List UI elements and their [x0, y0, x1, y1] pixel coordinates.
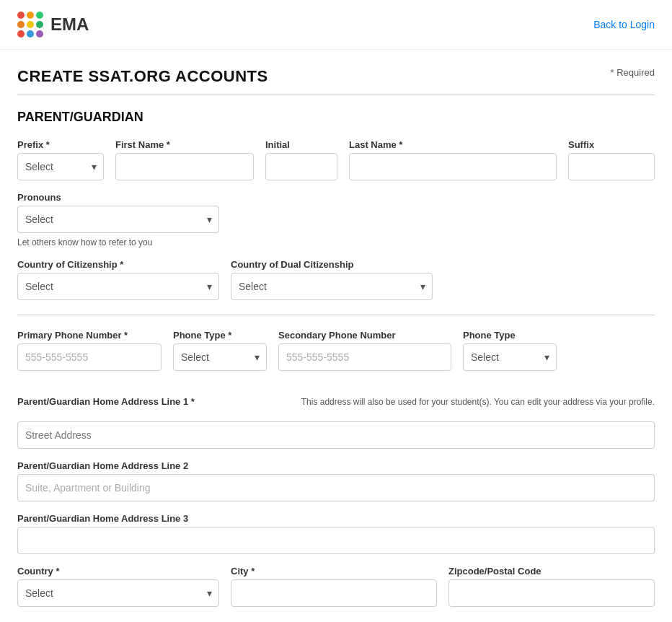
country-dual-select[interactable]: Select United States Canada United Kingd… — [231, 273, 433, 300]
country-city-zip-row: Country * Select United States Canada Un… — [17, 566, 655, 607]
country-bottom-select[interactable]: Select United States Canada United Kingd… — [17, 579, 219, 607]
phone-row: Primary Phone Number * Phone Type * Sele… — [17, 330, 655, 371]
city-group: City * — [231, 566, 437, 607]
country-bottom-group: Country * Select United States Canada Un… — [17, 566, 219, 607]
page-header: EMA Back to Login — [0, 0, 672, 50]
back-to-login-link[interactable]: Back to Login — [593, 19, 655, 30]
dot-4 — [17, 21, 25, 28]
city-input[interactable] — [231, 579, 437, 607]
primary-phone-group: Primary Phone Number * — [17, 330, 162, 371]
primary-phone-label: Primary Phone Number * — [17, 330, 162, 341]
dot-3 — [36, 12, 43, 19]
lastname-input[interactable] — [349, 153, 557, 180]
page-title: CREATE SSAT.ORG ACCOUNTS — [17, 67, 268, 86]
country-dual-group: Country of Dual Citizenship Select Unite… — [231, 259, 433, 300]
logo-text: EMA — [50, 14, 89, 35]
pronouns-select[interactable]: Select He/Him She/Her They/Them — [17, 206, 219, 233]
address-note: This address will also be used for your … — [294, 382, 655, 407]
secondary-phone-input[interactable] — [278, 343, 451, 371]
pronouns-select-wrapper: Select He/Him She/Her They/Them — [17, 206, 219, 233]
dot-9 — [36, 30, 43, 38]
phone-type-group: Phone Type * Select Mobile Home Work — [173, 330, 267, 371]
secondary-phone-type-select-wrapper: Select Mobile Home Work — [463, 343, 557, 371]
logo-dots — [17, 12, 43, 38]
lastname-group: Last Name * — [349, 139, 557, 180]
city-label: City * — [231, 566, 437, 577]
section-divider-1 — [17, 315, 655, 315]
pronouns-hint: Let others know how to refer to you — [17, 237, 219, 248]
dot-5 — [27, 21, 34, 28]
phone-type-label: Phone Type * — [173, 330, 267, 341]
lastname-label: Last Name * — [349, 139, 557, 150]
zip-group: Zipcode/Postal Code — [448, 566, 655, 607]
prefix-select[interactable]: Select Mr. Mrs. Ms. Dr. — [17, 153, 104, 180]
main-content: CREATE SSAT.ORG ACCOUNTS * Required PARE… — [0, 50, 672, 622]
country-citizenship-group: Country of Citizenship * Select United S… — [17, 259, 219, 300]
initial-group: Initial — [265, 139, 337, 180]
address3-input[interactable] — [17, 527, 655, 554]
zip-label: Zipcode/Postal Code — [448, 566, 655, 577]
dot-6 — [36, 21, 43, 28]
country-bottom-select-wrapper: Select United States Canada United Kingd… — [17, 579, 219, 607]
country-dual-label: Country of Dual Citizenship — [231, 259, 433, 270]
secondary-phone-type-select[interactable]: Select Mobile Home Work — [463, 343, 557, 371]
firstname-input[interactable] — [115, 153, 254, 180]
initial-label: Initial — [265, 139, 337, 150]
address1-label: Parent/Guardian Home Address Line 1 * — [17, 396, 195, 407]
address3-group: Parent/Guardian Home Address Line 3 — [17, 513, 655, 554]
suffix-input[interactable] — [568, 153, 655, 180]
title-divider — [17, 95, 655, 95]
address2-group: Parent/Guardian Home Address Line 2 — [17, 460, 655, 501]
secondary-phone-type-label: Phone Type — [463, 330, 557, 341]
citizenship-row: Country of Citizenship * Select United S… — [17, 259, 655, 300]
zip-input[interactable] — [448, 579, 655, 607]
firstname-label: First Name * — [115, 139, 254, 150]
country-citizenship-label: Country of Citizenship * — [17, 259, 219, 270]
prefix-group: Prefix * Select Mr. Mrs. Ms. Dr. — [17, 139, 104, 180]
secondary-phone-label: Secondary Phone Number — [278, 330, 451, 341]
prefix-select-wrapper: Select Mr. Mrs. Ms. Dr. — [17, 153, 104, 180]
logo-container: EMA — [17, 12, 89, 38]
dot-8 — [27, 30, 34, 38]
secondary-phone-type-group: Phone Type Select Mobile Home Work — [463, 330, 557, 371]
suffix-label: Suffix — [568, 139, 655, 150]
dot-1 — [17, 12, 25, 19]
address1-input[interactable] — [17, 421, 655, 449]
required-note: * Required — [611, 67, 655, 78]
phone-type-select-wrapper: Select Mobile Home Work — [173, 343, 267, 371]
secondary-phone-group: Secondary Phone Number — [278, 330, 451, 371]
firstname-group: First Name * — [115, 139, 254, 180]
pronouns-group: Pronouns Select He/Him She/Her They/Them… — [17, 192, 219, 248]
initial-input[interactable] — [265, 153, 337, 180]
pronouns-label: Pronouns — [17, 192, 219, 203]
pronouns-row: Pronouns Select He/Him She/Her They/Them… — [17, 192, 655, 248]
address1-row: Parent/Guardian Home Address Line 1 * Th… — [17, 382, 655, 449]
section-title-parent-guardian: PARENT/GUARDIAN — [17, 110, 655, 125]
country-citizenship-select-wrapper: Select United States Canada United Kingd… — [17, 273, 219, 300]
dot-7 — [17, 30, 25, 38]
country-bottom-label: Country * — [17, 566, 219, 577]
name-row: Prefix * Select Mr. Mrs. Ms. Dr. First N… — [17, 139, 655, 180]
suffix-group: Suffix — [568, 139, 655, 180]
page-title-row: CREATE SSAT.ORG ACCOUNTS * Required — [17, 67, 655, 86]
dot-2 — [27, 12, 34, 19]
country-citizenship-select[interactable]: Select United States Canada United Kingd… — [17, 273, 219, 300]
address2-label: Parent/Guardian Home Address Line 2 — [17, 460, 655, 471]
primary-phone-input[interactable] — [17, 343, 162, 371]
prefix-label: Prefix * — [17, 139, 104, 150]
country-dual-select-wrapper: Select United States Canada United Kingd… — [231, 273, 433, 300]
phone-type-select[interactable]: Select Mobile Home Work — [173, 343, 267, 371]
address2-input[interactable] — [17, 474, 655, 501]
address3-label: Parent/Guardian Home Address Line 3 — [17, 513, 655, 524]
